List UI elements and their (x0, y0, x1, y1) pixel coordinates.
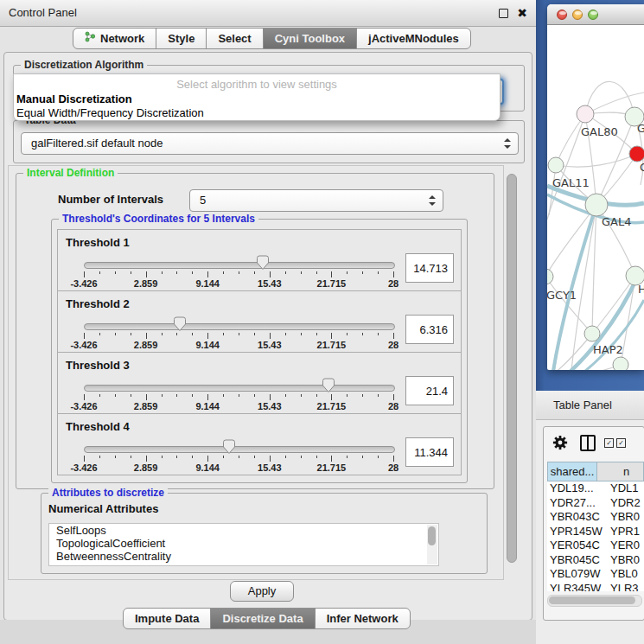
tab-jactivemnodules[interactable]: jActiveMNodules (356, 28, 471, 49)
slider-tick (162, 394, 163, 397)
apply-button[interactable]: Apply (230, 581, 294, 602)
slider-tick-label: 2.859 (134, 462, 158, 473)
table-row[interactable]: YBR045CYBR0 (547, 553, 644, 568)
network-view-window[interactable]: GAL80GACGAL11GAL4GCY1HHAP2 (547, 4, 644, 370)
threshold-value-field[interactable]: 11.344 (405, 437, 454, 467)
attribute-list-item[interactable]: SelfLoops (49, 524, 438, 537)
float-window-icon[interactable] (499, 9, 508, 18)
table-row[interactable]: YBR043CYBR0 (547, 510, 644, 525)
slider-tick (239, 456, 239, 458)
slider-tick (301, 456, 302, 458)
slider-tick (254, 456, 255, 458)
column-header-shared-name[interactable]: shared... (547, 462, 597, 481)
threshold-row: Threshold 1-3.4262.8599.14415.4321.71528… (57, 229, 462, 291)
minimize-traffic-light-icon[interactable] (572, 10, 583, 20)
tab-impute-data[interactable]: Impute Data (123, 608, 211, 629)
tab-cyni-toolbox[interactable]: Cyni Toolbox (263, 28, 357, 49)
threshold-slider-track[interactable] (84, 446, 395, 453)
threshold-value-field[interactable]: 21.4 (405, 376, 454, 405)
table-horizontal-scrollbar[interactable] (547, 595, 642, 607)
select-all-checkbox-icon[interactable]: ✓ (604, 438, 614, 448)
close-traffic-light-icon[interactable] (557, 10, 567, 20)
threshold-slider-handle[interactable] (173, 316, 187, 332)
close-icon[interactable]: ✖ (517, 3, 527, 22)
select-none-checkbox-icon[interactable]: ✓ (616, 438, 626, 448)
gear-icon[interactable] (552, 435, 568, 450)
threshold-label: Threshold 1 (66, 236, 130, 249)
table-row[interactable]: YER054CYER0 (547, 539, 644, 553)
slider-tick-labels: -3.4262.8599.14415.4321.71528 (84, 340, 393, 350)
network-node[interactable] (547, 269, 553, 284)
tab-network[interactable]: Network (73, 28, 156, 49)
tab-infer-network[interactable]: Infer Network (315, 608, 411, 629)
slider-tick (378, 333, 379, 335)
slider-tick-label: 28 (388, 401, 399, 411)
column-header-name[interactable]: n (597, 462, 644, 481)
table-data-combobox[interactable]: galFiltered.sif default node (21, 132, 519, 155)
threshold-label: Threshold 4 (66, 420, 130, 433)
slider-tick (270, 394, 271, 400)
show-columns-icon[interactable] (580, 435, 596, 451)
node-label: HAP2 (593, 343, 623, 356)
cell-shared-name: YBR045C (547, 553, 610, 568)
network-node[interactable] (548, 157, 564, 173)
table-row[interactable]: YLR345WYLR3 (547, 582, 644, 592)
slider-tick (99, 456, 100, 458)
network-window-titlebar[interactable] (547, 4, 644, 25)
network-node[interactable] (613, 357, 628, 370)
slider-tick (285, 333, 286, 335)
numerical-attributes-list[interactable]: SelfLoopsTopologicalCoefficientBetweenne… (48, 523, 439, 566)
cell-shared-name: YDL19... (547, 481, 610, 496)
dropdown-option-equal-width[interactable]: Equal Width/Frequency Discretization (16, 106, 204, 119)
slider-tick-label: 15.43 (258, 278, 282, 289)
group-label: Discretization Algorithm (21, 59, 147, 71)
zoom-traffic-light-icon[interactable] (588, 10, 598, 20)
slider-tick (347, 271, 348, 274)
node-label: GAL11 (552, 176, 590, 189)
slider-tick-labels: -3.4262.8599.14415.4321.71528 (84, 278, 393, 289)
table-row[interactable]: YPR145WYPR1 (547, 525, 644, 539)
tab-style[interactable]: Style (156, 28, 207, 49)
settings-vertical-scrollbar[interactable] (505, 167, 517, 577)
node-table[interactable]: shared... n YDL19...YDL1YDR27...YDR2YBR0… (547, 462, 644, 591)
slider-tick (99, 271, 100, 274)
threshold-slider-track[interactable] (84, 262, 395, 269)
slider-tick (146, 333, 147, 339)
table-row[interactable]: YDR27...YDR2 (547, 496, 644, 511)
slider-tick (131, 333, 131, 335)
network-node[interactable] (585, 194, 608, 216)
cyni-toolbox-panel: Discretization Algorithm Select algorith… (3, 52, 532, 621)
dropdown-option-manual-discretization[interactable]: Manual Discretization (16, 92, 132, 105)
slider-tick (131, 394, 131, 397)
table-row[interactable]: YDL19...YDL1 (547, 481, 644, 496)
attributes-scrollbar[interactable] (427, 525, 437, 564)
network-node[interactable] (629, 146, 644, 162)
attribute-list-item[interactable]: BetweennessCentrality (49, 550, 438, 563)
dropdown-hint: Select algorithm to view settings (14, 78, 500, 91)
slider-tick-label: 28 (388, 340, 399, 350)
network-canvas[interactable]: GAL80GACGAL11GAL4GCY1HHAP2 (547, 25, 644, 370)
threshold-slider-track[interactable] (84, 323, 395, 330)
network-node[interactable] (584, 326, 600, 341)
threshold-slider-track[interactable] (84, 385, 395, 392)
table-row[interactable]: YBL079WYBL0 (547, 567, 644, 582)
threshold-value-field[interactable]: 14.713 (405, 253, 454, 283)
attribute-list-item[interactable]: TopologicalCoefficient (49, 537, 438, 550)
slider-tick (162, 271, 163, 274)
network-node[interactable] (577, 105, 594, 123)
tab-select[interactable]: Select (206, 28, 263, 49)
bottom-tab-bar: Impute Data Discretize Data Infer Networ… (124, 608, 411, 629)
slider-tick (362, 333, 363, 335)
threshold-label: Threshold 3 (66, 359, 130, 372)
number-of-intervals-combobox[interactable]: 5 (189, 189, 443, 212)
threshold-value-field[interactable]: 6.316 (405, 315, 454, 344)
slider-tick (393, 333, 394, 339)
slider-tick-label: 15.43 (258, 340, 282, 350)
threshold-slider-handle[interactable] (256, 255, 270, 271)
algorithm-dropdown-popup: Select algorithm to view settings Manual… (13, 73, 501, 121)
settings-scroll-area: Interval Definition Number of Intervals … (8, 165, 504, 580)
threshold-slider-handle[interactable] (322, 378, 335, 393)
threshold-slider-handle[interactable] (222, 439, 236, 455)
slider-tick (254, 333, 255, 335)
tab-discretize-data[interactable]: Discretize Data (210, 608, 315, 629)
